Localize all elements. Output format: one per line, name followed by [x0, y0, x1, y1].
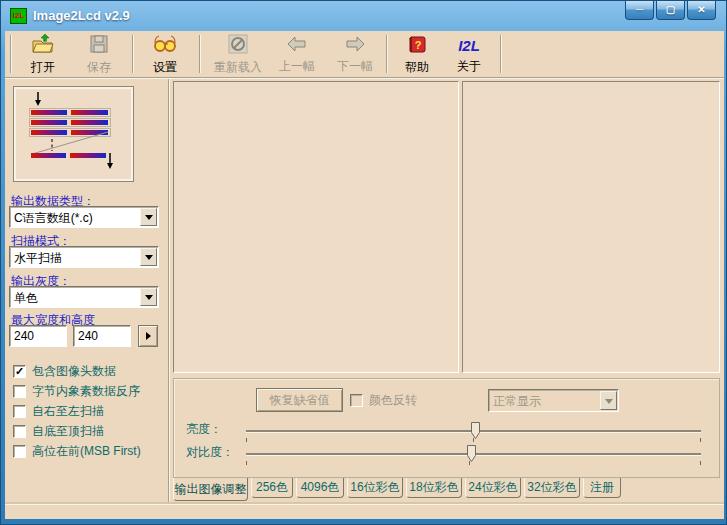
reload-button[interactable]: 重新载入	[205, 33, 271, 76]
next-image-button[interactable]: 下一幅	[327, 33, 383, 76]
checkbox-include-header[interactable]: 包含图像头数据	[13, 363, 116, 379]
reload-icon	[227, 33, 249, 58]
close-button[interactable]: ✕	[687, 1, 716, 20]
toolbar-separator	[132, 35, 134, 73]
toolbar-separator	[199, 35, 201, 73]
output-type-value: C语言数组(*.c)	[14, 210, 93, 227]
slider-tick	[473, 438, 474, 442]
checkbox-color-invert[interactable]: 颜色反转	[350, 392, 417, 408]
brightness-slider-thumb[interactable]	[471, 422, 480, 439]
restore-defaults-button[interactable]: 恢复缺省值	[256, 388, 343, 412]
app-window: I2L Image2Lcd v2.9 ─ ▢ ✕ 打开	[0, 0, 727, 525]
help-button[interactable]: ? 帮助	[391, 33, 443, 76]
chevron-down-icon[interactable]	[140, 288, 157, 306]
maximize-button[interactable]: ▢	[656, 1, 685, 20]
contrast-slider-thumb[interactable]	[467, 445, 476, 462]
help-book-icon: ?	[406, 33, 428, 58]
toolbar-button-label: 帮助	[405, 59, 429, 76]
checkbox-label: 自底至顶扫描	[32, 423, 104, 440]
tab-32bit-color[interactable]: 32位彩色	[524, 478, 580, 498]
status-bar	[5, 504, 724, 519]
tab-256-color[interactable]: 256色	[251, 478, 293, 498]
previous-image-button[interactable]: 上一幅	[269, 33, 325, 76]
tab-16bit-color[interactable]: 16位彩色	[347, 478, 403, 498]
toolbar-button-label: 重新载入	[214, 59, 262, 76]
checkbox-box	[13, 385, 26, 398]
slider-tick	[246, 438, 247, 442]
tab-24bit-color[interactable]: 24位彩色	[465, 478, 521, 498]
display-mode-value: 正常显示	[493, 393, 541, 410]
tab-4096-color[interactable]: 4096色	[296, 478, 344, 498]
about-button[interactable]: I2L 关于	[443, 33, 495, 76]
checkbox-msb-first[interactable]: 高位在前(MSB First)	[13, 443, 141, 459]
chevron-down-icon[interactable]	[140, 208, 157, 226]
checkbox-label: 自右至左扫描	[32, 403, 104, 420]
app-icon: I2L	[10, 8, 27, 24]
scan-mode-preview	[13, 86, 134, 182]
output-gray-select[interactable]: 单色	[9, 286, 159, 308]
arrow-right-icon	[146, 332, 151, 340]
output-gray-value: 单色	[14, 290, 38, 307]
open-folder-icon	[31, 33, 55, 58]
toolbar-separator	[386, 35, 388, 73]
toolbar-button-label: 下一幅	[337, 58, 373, 75]
open-button[interactable]: 打开	[17, 33, 69, 76]
source-image-panel	[173, 81, 459, 373]
save-disk-icon	[88, 33, 110, 58]
scan-direction-diagram	[14, 87, 129, 177]
toolbar-button-label: 保存	[87, 59, 111, 76]
display-mode-select[interactable]: 正常显示	[488, 389, 619, 412]
max-height-input[interactable]	[73, 325, 131, 347]
checkbox-box	[13, 425, 26, 438]
output-preview-panel	[462, 81, 720, 373]
slider-tick	[700, 461, 701, 465]
checkbox-right-to-left-scan[interactable]: 自右至左扫描	[13, 403, 104, 419]
chevron-down-icon[interactable]	[600, 391, 617, 410]
scan-mode-value: 水平扫描	[14, 250, 62, 267]
about-i2l-icon: I2L	[458, 35, 480, 57]
settings-button[interactable]: 设置	[139, 33, 191, 76]
window-title: Image2Lcd v2.9	[33, 8, 130, 23]
window-controls: ─ ▢ ✕	[623, 1, 716, 20]
toolbar-button-label: 打开	[31, 59, 55, 76]
toolbar-separator	[10, 35, 12, 73]
tab-18bit-color[interactable]: 18位彩色	[406, 478, 462, 498]
slider-tick	[469, 461, 470, 465]
slider-tick	[246, 461, 247, 465]
toolbar: 打开 保存 设置	[5, 31, 724, 78]
scan-mode-select[interactable]: 水平扫描	[9, 246, 159, 268]
max-width-input[interactable]	[9, 325, 67, 347]
checkbox-box	[13, 405, 26, 418]
brightness-label: 亮度：	[186, 421, 222, 438]
arrow-right-icon	[343, 34, 367, 57]
checkbox-reverse-pixel-order[interactable]: 字节内象素数据反序	[13, 383, 140, 399]
minimize-button[interactable]: ─	[625, 1, 654, 20]
toolbar-separator	[500, 35, 502, 73]
checkbox-label: 颜色反转	[369, 392, 417, 409]
checkbox-label: 包含图像头数据	[32, 363, 116, 380]
toolbar-button-label: 设置	[153, 59, 177, 76]
arrow-left-icon	[285, 34, 309, 57]
tab-output-image-adjust[interactable]: 输出图像调整	[173, 478, 248, 501]
save-button[interactable]: 保存	[73, 33, 125, 76]
toolbar-button-label: 上一幅	[279, 58, 315, 75]
contrast-label: 对比度：	[186, 444, 234, 461]
checkbox-bottom-to-top-scan[interactable]: 自底至顶扫描	[13, 423, 104, 439]
checkbox-label: 字节内象素数据反序	[32, 383, 140, 400]
tab-register[interactable]: 注册	[583, 478, 621, 498]
checkbox-label: 高位在前(MSB First)	[32, 443, 141, 460]
output-type-select[interactable]: C语言数组(*.c)	[9, 206, 159, 228]
checkbox-box	[13, 365, 26, 378]
glasses-icon	[152, 33, 178, 58]
title-bar[interactable]: I2L Image2Lcd v2.9 ─ ▢ ✕	[1, 1, 727, 31]
expand-size-button[interactable]	[138, 325, 158, 347]
svg-text:?: ?	[415, 39, 422, 51]
slider-tick	[700, 438, 701, 442]
checkbox-box	[350, 394, 363, 407]
toolbar-button-label: 关于	[457, 58, 481, 75]
checkbox-box	[13, 445, 26, 458]
sidebar-divider	[168, 79, 170, 503]
chevron-down-icon[interactable]	[140, 248, 157, 266]
